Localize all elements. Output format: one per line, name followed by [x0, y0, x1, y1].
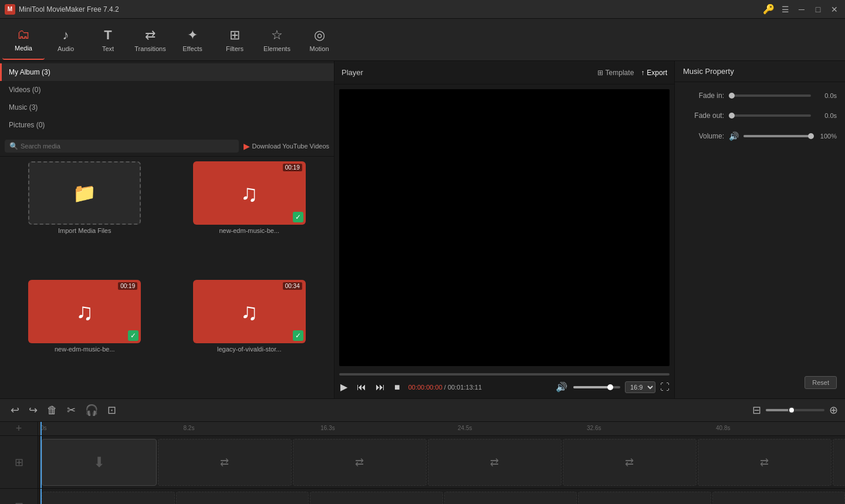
import-media-item[interactable]: 📁 Import Media Files: [5, 161, 165, 275]
toolbar-item-motion[interactable]: ◎ Motion: [298, 20, 340, 60]
timeline-main: 0s 8.2s 16.3s 24.5s 32.6s 40.8s ⬇ ⇄ ⇄ ⇄ …: [38, 422, 845, 504]
bottom-toolbar-left: ↩ ↪ 🗑 ✂ 🎧 ⊡: [7, 401, 120, 419]
video-gap-1[interactable]: ⇄: [158, 439, 292, 486]
video-track: ⬇ ⇄ ⇄ ⇄ ⇄ ⇄ ⇄: [38, 436, 845, 489]
audio-gap-1[interactable]: ⇄: [42, 492, 175, 505]
export-icon: ↑: [641, 69, 644, 77]
media-label-music2: new-edm-music-be...: [55, 346, 115, 353]
fade-out-row: Fade out: 0.0s: [683, 111, 837, 120]
delete-button[interactable]: 🗑: [43, 402, 61, 419]
player-seekbar[interactable]: [334, 371, 674, 378]
maximize-button[interactable]: □: [812, 4, 824, 15]
toolbar-elements-label: Elements: [263, 45, 290, 52]
template-button[interactable]: ⊞ Template: [597, 69, 634, 77]
toolbar-item-transitions[interactable]: ⇄ Transitions: [129, 20, 171, 60]
toolbar-audio-label: Audio: [58, 45, 74, 52]
volume-value: 100%: [816, 133, 837, 140]
album-tab-music[interactable]: Music (3): [0, 99, 334, 116]
fullscreen-button[interactable]: ⛶: [660, 382, 670, 393]
main-area: My Album (3) Videos (0) Music (3) Pictur…: [0, 61, 845, 398]
audio-gap-4[interactable]: ⇄: [444, 492, 577, 505]
audio-gap-5[interactable]: ⇄: [578, 492, 711, 505]
detach-audio-button[interactable]: 🎧: [82, 401, 102, 419]
audio-track-icon-row: ⊟: [0, 489, 38, 504]
fade-in-value: 0.0s: [816, 92, 837, 99]
zoom-in-button[interactable]: ⊕: [829, 404, 838, 417]
media-label-music1: new-edm-music-be...: [219, 227, 279, 234]
next-frame-button[interactable]: ⏭: [374, 381, 386, 394]
album-tab-my-album[interactable]: My Album (3): [0, 63, 334, 81]
album-tab-pictures[interactable]: Pictures (0): [0, 116, 334, 134]
redo-button[interactable]: ↪: [25, 401, 41, 419]
undo-button[interactable]: ↩: [7, 401, 23, 419]
music-note-icon-1: ♫: [241, 180, 258, 207]
player-title: Player: [342, 68, 363, 77]
video-gap-4[interactable]: ⇄: [563, 439, 697, 486]
media-grid: 📁 Import Media Files ♫ 00:19 ✓ new-edm-m…: [0, 157, 334, 398]
export-button[interactable]: ↑ Export: [641, 69, 667, 77]
toolbar-item-audio[interactable]: ♪ Audio: [45, 20, 87, 60]
main-toolbar: 🗂 Media ♪ Audio T Text ⇄ Transitions ✦ E…: [0, 19, 845, 61]
play-button[interactable]: ▶: [339, 380, 349, 394]
audio-track-playhead: [40, 489, 42, 504]
player-panel: Player ⊞ Template ↑ Export ▶ ⏮: [334, 61, 675, 398]
left-panel: My Album (3) Videos (0) Music (3) Pictur…: [0, 61, 334, 398]
close-button[interactable]: ✕: [829, 4, 840, 15]
prev-frame-button[interactable]: ⏮: [356, 381, 367, 394]
mute-button[interactable]: 🔊: [555, 380, 569, 394]
export-label: Export: [647, 69, 667, 77]
fade-in-row: Fade in: 0.0s: [683, 92, 837, 100]
music-note-icon-3: ♫: [241, 299, 258, 325]
media-item-music3[interactable]: ♫ 00:34 ✓ legacy-of-vivaldi-stor...: [170, 280, 330, 394]
fade-out-slider[interactable]: [729, 114, 811, 117]
reset-button[interactable]: Reset: [805, 376, 837, 389]
titlebar: M MiniTool MovieMaker Free 7.4.2 🔑 ☰ ─ □…: [0, 0, 845, 19]
fade-in-slider[interactable]: [729, 94, 811, 97]
video-segment-1[interactable]: ⬇: [42, 439, 157, 486]
transition-arrow-3: ⇄: [490, 456, 499, 469]
album-tab-videos[interactable]: Videos (0): [0, 81, 334, 99]
search-input-wrap[interactable]: 🔍: [5, 140, 239, 153]
audio-gap-2[interactable]: ⇄: [176, 492, 309, 505]
toolbar-item-elements[interactable]: ☆ Elements: [256, 20, 298, 60]
toolbar-text-label: Text: [102, 45, 114, 52]
timeline-add-button[interactable]: +: [16, 422, 22, 435]
selected-check-2: ✓: [128, 330, 138, 341]
audio-gap-3[interactable]: ⇄: [310, 492, 443, 505]
cut-button[interactable]: ✂: [63, 401, 79, 419]
toolbar-media-label: Media: [15, 45, 32, 52]
video-gap-6[interactable]: ⇄: [833, 439, 845, 486]
volume-slider[interactable]: [573, 386, 620, 388]
menu-button[interactable]: ☰: [779, 4, 791, 15]
crop-button[interactable]: ⊡: [104, 401, 120, 419]
video-gap-2[interactable]: ⇄: [293, 439, 427, 486]
player-header: Player ⊞ Template ↑ Export: [334, 61, 674, 84]
search-input[interactable]: [21, 143, 234, 150]
youtube-download-button[interactable]: ▶ Download YouTube Videos: [244, 141, 330, 151]
toolbar-item-text[interactable]: T Text: [87, 20, 129, 60]
minimize-button[interactable]: ─: [796, 4, 807, 15]
fade-in-label: Fade in:: [683, 92, 724, 100]
aspect-ratio-select[interactable]: 16:9 9:16 4:3 1:1: [625, 381, 655, 393]
toolbar-item-effects[interactable]: ✦ Effects: [171, 20, 214, 60]
audio-gap-6[interactable]: ⇄: [712, 492, 846, 505]
fade-out-value: 0.0s: [816, 112, 837, 119]
toolbar-item-media[interactable]: 🗂 Media: [2, 20, 45, 60]
current-time: 00:00:00:00: [408, 384, 442, 391]
media-item-music1[interactable]: ♫ 00:19 ✓ new-edm-music-be...: [170, 161, 330, 275]
toolbar-item-filters[interactable]: ⊞ Filters: [214, 20, 256, 60]
ruler-mark-2: 16.3s: [320, 425, 334, 431]
video-gap-5[interactable]: ⇄: [698, 439, 832, 486]
transition-arrow-1: ⇄: [220, 456, 229, 469]
ruler-mark-3: 24.5s: [458, 425, 472, 431]
video-gap-3[interactable]: ⇄: [428, 439, 562, 486]
zoom-slider[interactable]: [766, 409, 824, 411]
stop-button[interactable]: ■: [393, 381, 401, 394]
transition-arrow-4: ⇄: [625, 456, 634, 469]
controls-left: ▶ ⏮ ⏭ ■ 00:00:00:00 / 00:01:13:11: [339, 380, 482, 394]
toolbar-effects-label: Effects: [182, 45, 202, 52]
volume-property-slider[interactable]: [743, 135, 811, 137]
template-label: Template: [606, 69, 634, 77]
zoom-out-button[interactable]: ⊟: [752, 404, 761, 417]
media-item-music2[interactable]: ♫ 00:19 ✓ new-edm-music-be...: [5, 280, 165, 394]
